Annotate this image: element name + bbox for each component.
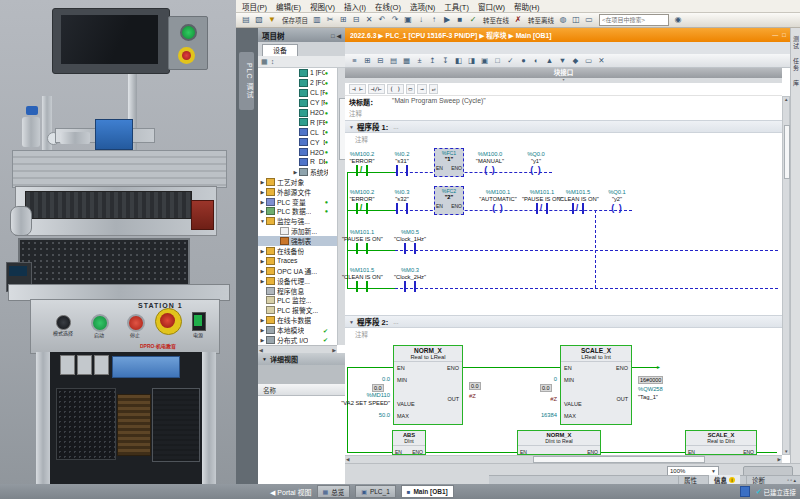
ladder-coil[interactable]: %M100.0 "MANUAL" ( ): [470, 151, 510, 176]
favorite-instruction-icon[interactable]: ⊣ ⊢: [349, 84, 366, 94]
scroll-up-icon[interactable]: ▲: [784, 97, 788, 102]
favorite-instruction-icon[interactable]: ▭: [406, 84, 416, 94]
tree-hscrollbar[interactable]: ◀▶: [258, 345, 337, 353]
editor-toolbar-icon[interactable]: □: [491, 55, 504, 67]
ladder-contact[interactable]: %M100.2 "ERROR" /: [342, 189, 382, 214]
max-value[interactable]: 50.0: [362, 412, 390, 418]
favorite-instruction-icon[interactable]: ⊣/⊢: [368, 84, 385, 94]
editor-toolbar-icon[interactable]: ↧: [439, 55, 452, 67]
ladder-contact[interactable]: %M0.3 "Clock_2Hz": [390, 267, 430, 292]
tree-item[interactable]: 2 [FC2] ●: [258, 78, 337, 88]
editor-toolbar-icon[interactable]: ▭: [582, 55, 595, 67]
inspector-collapse-icons[interactable]: ▫ ▫ ▴: [787, 477, 796, 483]
editor-toolbar-icon[interactable]: ▦: [400, 55, 413, 67]
chevron-down-icon[interactable]: ▼: [349, 124, 354, 130]
ladder-contact[interactable]: %I0.3 "s32": [382, 189, 422, 214]
go-offline-button[interactable]: 转至离线: [528, 15, 554, 25]
toolbar-icon[interactable]: ↶: [376, 14, 388, 26]
tree-item[interactable]: ▶ 本地模块 ✔: [258, 325, 337, 335]
expander-icon[interactable]: ▶: [259, 258, 266, 264]
editor-toolbar-icon[interactable]: ◆: [569, 55, 582, 67]
ladder-coil[interactable]: %Q0.1 "y2" ( ): [597, 189, 637, 214]
ladder-contact[interactable]: %M101.1 "PAUSE IS ON": [342, 229, 382, 254]
network-1-comment[interactable]: 注释: [355, 134, 368, 144]
tree-item[interactable]: 程序信息: [258, 286, 337, 296]
editor-toolbar-icon[interactable]: ±: [413, 55, 426, 67]
tree-item[interactable]: ▶ PLC 数据... ●: [258, 206, 337, 216]
tree-item[interactable]: ▶ PLC 变量 ●: [258, 197, 337, 207]
menu-item[interactable]: 项目(P): [242, 1, 267, 12]
toolbar-icon[interactable]: ▤: [240, 14, 252, 26]
favorite-instruction-icon[interactable]: →: [417, 84, 427, 94]
task-card-tab[interactable]: 库: [792, 80, 800, 87]
collapse-panel-icon[interactable]: □ ◀: [331, 32, 341, 39]
window-button[interactable]: —: [772, 32, 778, 39]
expander-icon[interactable]: ▶: [259, 208, 266, 214]
search-icon[interactable]: ◉: [672, 14, 684, 26]
toolbar-icon[interactable]: ⊞: [337, 14, 349, 26]
taskbar-button[interactable]: ■ Main [OB1]: [401, 485, 454, 498]
expander-icon[interactable]: ▶: [259, 189, 266, 195]
menu-item[interactable]: 编辑(E): [276, 1, 301, 12]
go-offline-icon[interactable]: ✗: [512, 14, 524, 26]
expander-icon[interactable]: ▶: [292, 169, 299, 175]
tree-item[interactable]: ▶ Traces: [258, 256, 337, 266]
toolbar-icon[interactable]: ◫: [570, 14, 582, 26]
tree-item[interactable]: 1 [FC1] ●: [258, 68, 337, 78]
portal-view-button[interactable]: ◀ Portal 视图: [270, 487, 312, 497]
editor-toolbar-icon[interactable]: ⊟: [374, 55, 387, 67]
tree-item[interactable]: ▶ 外部源文件: [258, 187, 337, 197]
chevron-down-icon[interactable]: ▼: [349, 319, 354, 325]
editor-toolbar-icon[interactable]: ▤: [387, 55, 400, 67]
tree-item[interactable]: CY [FB3] ●: [258, 98, 337, 108]
go-online-icon[interactable]: ✓: [467, 14, 479, 26]
editor-toolbar-icon[interactable]: ◨: [465, 55, 478, 67]
expander-icon[interactable]: ▶: [259, 317, 266, 323]
menu-item[interactable]: 选项(N): [410, 1, 435, 12]
toolbar-icon[interactable]: ✕: [363, 14, 375, 26]
go-online-button[interactable]: 转至在线: [483, 15, 509, 25]
tree-item[interactable]: R_DB [... ●: [258, 157, 337, 167]
favorite-instruction-icon[interactable]: ↵: [429, 84, 439, 94]
breadcrumb[interactable]: 2022.6.3 ▶ PLC_1 [CPU 1516F-3 PN/DP] ▶ 程…: [350, 30, 768, 40]
editor-vscrollbar[interactable]: ▲ ▼: [782, 96, 790, 455]
menu-item[interactable]: 工具(T): [444, 1, 469, 12]
plc-debug-tab[interactable]: PLC 调试: [239, 52, 254, 110]
tree-item[interactable]: PLC 监控...: [258, 295, 337, 305]
toolbar-icon[interactable]: ▥: [311, 14, 323, 26]
editor-toolbar-icon[interactable]: ✕: [595, 55, 608, 67]
taskbar-button[interactable]: ▦ 总览: [317, 485, 351, 498]
norm-x-box-2[interactable]: NORM_X DInt to Real EN ENO: [517, 430, 601, 455]
ladder-contact[interactable]: %M101.1 "PAUSE IS ON" /: [522, 189, 562, 214]
tree-item[interactable]: ▶ 在线卡数据: [258, 315, 337, 325]
details-name-column[interactable]: 名称: [258, 384, 345, 396]
norm-x-box[interactable]: NORM_X Real to LReal EN ENO MIN VALUE MA…: [393, 345, 463, 425]
favorite-instruction-icon[interactable]: ( ): [387, 84, 404, 94]
editor-toolbar-icon[interactable]: ▼: [556, 55, 569, 67]
toolbar-icon[interactable]: ◍: [557, 14, 569, 26]
ladder-contact[interactable]: %M0.5 "Clock_1Hz": [390, 229, 430, 254]
menu-item[interactable]: 帮助(H): [514, 1, 539, 12]
expander-icon[interactable]: ▶: [259, 268, 266, 274]
expander-icon[interactable]: ▶: [259, 248, 266, 254]
min-value[interactable]: 0.0: [360, 376, 390, 382]
tree-item[interactable]: 添加新...: [258, 226, 337, 236]
details-view-header[interactable]: ▼ 详细视图: [258, 353, 345, 365]
network-2-header[interactable]: ▼ 程序段 2: ...: [345, 315, 782, 328]
fc-call-box[interactable]: %FC1 "1" ENENO: [434, 148, 464, 177]
toolbar-icon[interactable]: ↑: [428, 14, 440, 26]
editor-toolbar-icon[interactable]: ▣: [478, 55, 491, 67]
task-card-tab[interactable]: 任务: [792, 58, 800, 72]
tree-item[interactable]: ▶ 工艺对象: [258, 177, 337, 187]
toolbar-icon[interactable]: ▧: [253, 14, 265, 26]
ladder-contact[interactable]: %M100.2 "ERROR" /: [342, 151, 382, 176]
editor-toolbar-icon[interactable]: ↥: [426, 55, 439, 67]
tree-item[interactable]: R [FB1] ●: [258, 117, 337, 127]
tree-item[interactable]: ▶ 系统块: [258, 167, 337, 177]
menu-item[interactable]: 窗口(W): [478, 1, 505, 12]
scroll-thumb[interactable]: [533, 456, 705, 463]
editor-toolbar-icon[interactable]: ◧: [452, 55, 465, 67]
scroll-left-icon[interactable]: ◀: [346, 457, 349, 462]
editor-toolbar-icon[interactable]: ◐: [530, 55, 543, 67]
operand-address[interactable]: %QW258: [638, 386, 672, 392]
